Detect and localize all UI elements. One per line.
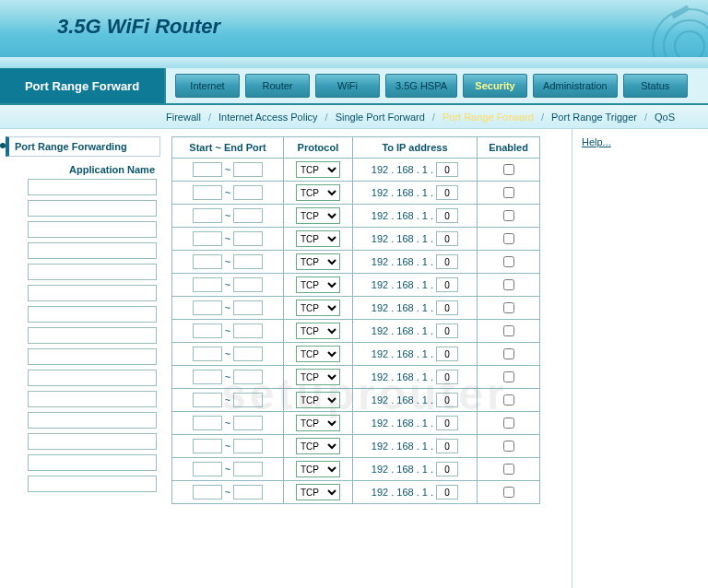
end-port-input[interactable] <box>233 277 263 292</box>
protocol-select[interactable]: TCP <box>296 438 340 454</box>
tab-router[interactable]: Router <box>245 74 310 98</box>
protocol-select[interactable]: TCP <box>296 161 340 178</box>
appname-input[interactable] <box>28 200 157 217</box>
ip-last-input[interactable] <box>436 185 458 200</box>
enabled-checkbox[interactable] <box>503 210 514 221</box>
appname-input[interactable] <box>28 370 157 386</box>
enabled-checkbox[interactable] <box>503 256 514 267</box>
start-port-input[interactable] <box>193 208 222 223</box>
ip-last-input[interactable] <box>436 416 458 430</box>
appname-input[interactable] <box>28 179 157 195</box>
enabled-checkbox[interactable] <box>503 371 514 382</box>
start-port-input[interactable] <box>193 370 222 384</box>
protocol-select[interactable]: TCP <box>296 346 340 362</box>
enabled-checkbox[interactable] <box>503 325 514 336</box>
tab-administration[interactable]: Administration <box>533 74 618 98</box>
start-port-input[interactable] <box>193 254 222 269</box>
start-port-input[interactable] <box>193 300 222 315</box>
enabled-checkbox[interactable] <box>503 417 514 429</box>
appname-input[interactable] <box>28 476 157 492</box>
enabled-checkbox[interactable] <box>503 279 514 290</box>
ip-last-input[interactable] <box>436 162 458 177</box>
end-port-input[interactable] <box>233 416 263 430</box>
protocol-select[interactable]: TCP <box>296 276 340 293</box>
protocol-select[interactable]: TCP <box>296 461 340 477</box>
protocol-select[interactable]: TCP <box>296 230 340 247</box>
ip-last-input[interactable] <box>436 277 458 292</box>
ip-last-input[interactable] <box>436 208 458 223</box>
protocol-select[interactable]: TCP <box>296 253 340 270</box>
tab-internet[interactable]: Internet <box>175 74 240 98</box>
end-port-input[interactable] <box>233 370 263 384</box>
enabled-checkbox[interactable] <box>503 348 514 359</box>
appname-input[interactable] <box>28 391 157 407</box>
appname-input[interactable] <box>28 327 157 344</box>
start-port-input[interactable] <box>193 485 222 500</box>
tab-wifi[interactable]: WiFi <box>315 74 380 98</box>
start-port-input[interactable] <box>193 162 222 177</box>
end-port-input[interactable] <box>233 439 263 453</box>
appname-input[interactable] <box>28 348 157 365</box>
tab-status[interactable]: Status <box>623 74 688 98</box>
start-port-input[interactable] <box>193 231 222 246</box>
enabled-checkbox[interactable] <box>503 233 514 244</box>
subnav-port-range-trigger[interactable]: Port Range Trigger <box>551 112 637 123</box>
enabled-checkbox[interactable] <box>503 487 514 498</box>
appname-input[interactable] <box>28 285 157 301</box>
protocol-select[interactable]: TCP <box>296 300 340 316</box>
ip-last-input[interactable] <box>436 254 458 269</box>
end-port-input[interactable] <box>233 231 263 246</box>
end-port-input[interactable] <box>233 323 263 338</box>
subnav-single-port-forward[interactable]: Single Port Forward <box>336 112 425 123</box>
start-port-input[interactable] <box>193 277 222 292</box>
subnav-firewall[interactable]: Firewall <box>166 112 201 123</box>
enabled-checkbox[interactable] <box>503 302 514 313</box>
ip-last-input[interactable] <box>436 300 458 315</box>
protocol-select[interactable]: TCP <box>296 323 340 339</box>
subnav-internet-access-policy[interactable]: Internet Access Policy <box>218 112 318 123</box>
end-port-input[interactable] <box>233 254 263 269</box>
enabled-checkbox[interactable] <box>503 394 514 406</box>
ip-last-input[interactable] <box>436 462 458 476</box>
start-port-input[interactable] <box>193 323 222 338</box>
protocol-select[interactable]: TCP <box>296 415 340 431</box>
protocol-select[interactable]: TCP <box>296 484 340 500</box>
ip-last-input[interactable] <box>436 323 458 338</box>
start-port-input[interactable] <box>193 393 222 407</box>
appname-input[interactable] <box>28 306 157 323</box>
start-port-input[interactable] <box>193 462 222 476</box>
ip-last-input[interactable] <box>436 231 458 246</box>
appname-input[interactable] <box>28 242 157 259</box>
tab-security[interactable]: Security <box>463 74 527 98</box>
appname-input[interactable] <box>28 264 157 280</box>
end-port-input[interactable] <box>233 185 263 200</box>
tab-3-5g-hspa[interactable]: 3.5G HSPA <box>385 74 457 98</box>
appname-input[interactable] <box>28 221 157 238</box>
end-port-input[interactable] <box>233 208 263 223</box>
ip-last-input[interactable] <box>436 370 458 384</box>
appname-input[interactable] <box>28 433 157 450</box>
enabled-checkbox[interactable] <box>503 164 514 175</box>
protocol-select[interactable]: TCP <box>296 207 340 224</box>
enabled-checkbox[interactable] <box>503 187 514 198</box>
enabled-checkbox[interactable] <box>503 441 514 452</box>
appname-input[interactable] <box>28 412 157 429</box>
end-port-input[interactable] <box>233 300 263 315</box>
end-port-input[interactable] <box>233 462 263 476</box>
start-port-input[interactable] <box>193 347 222 361</box>
protocol-select[interactable]: TCP <box>296 392 340 408</box>
ip-last-input[interactable] <box>436 393 458 407</box>
protocol-select[interactable]: TCP <box>296 184 340 201</box>
end-port-input[interactable] <box>233 347 263 361</box>
start-port-input[interactable] <box>193 439 222 453</box>
start-port-input[interactable] <box>193 416 222 430</box>
enabled-checkbox[interactable] <box>503 464 514 475</box>
end-port-input[interactable] <box>233 162 263 177</box>
appname-input[interactable] <box>28 454 157 471</box>
protocol-select[interactable]: TCP <box>296 369 340 385</box>
ip-last-input[interactable] <box>436 485 458 500</box>
subnav-qos[interactable]: QoS <box>655 112 675 123</box>
subnav-port-range-forward[interactable]: Port Range Forward <box>442 112 534 123</box>
ip-last-input[interactable] <box>436 347 458 361</box>
end-port-input[interactable] <box>233 393 263 407</box>
